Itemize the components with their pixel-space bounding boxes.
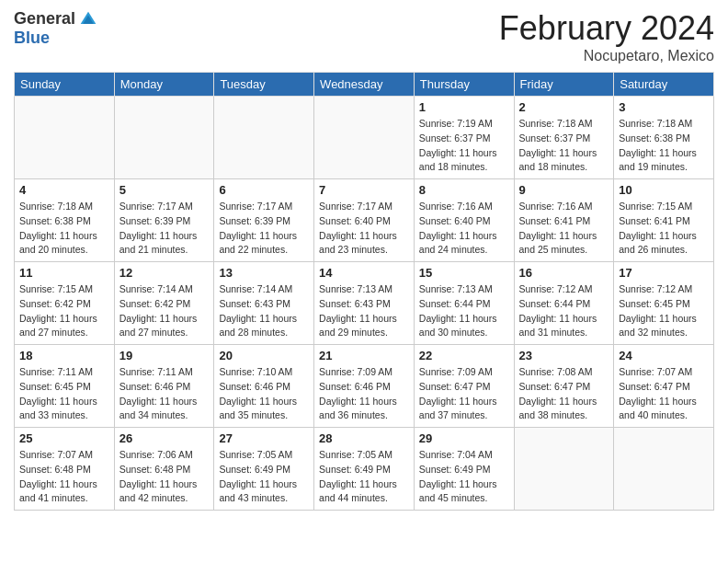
- day-detail: Sunrise: 7:14 AM Sunset: 6:43 PM Dayligh…: [219, 282, 309, 340]
- day-number: 28: [319, 431, 409, 445]
- weekday-header-sunday: Sunday: [15, 73, 115, 97]
- day-number: 8: [419, 183, 509, 197]
- day-detail: Sunrise: 7:15 AM Sunset: 6:42 PM Dayligh…: [19, 282, 109, 340]
- calendar-cell: [15, 97, 115, 179]
- day-detail: Sunrise: 7:18 AM Sunset: 6:37 PM Dayligh…: [519, 117, 609, 175]
- logo-icon: [79, 10, 97, 29]
- calendar-cell: 18Sunrise: 7:11 AM Sunset: 6:45 PM Dayli…: [15, 345, 115, 428]
- day-number: 2: [519, 100, 609, 114]
- day-number: 6: [219, 183, 309, 197]
- day-detail: Sunrise: 7:17 AM Sunset: 6:39 PM Dayligh…: [219, 200, 309, 258]
- day-number: 4: [19, 183, 109, 197]
- day-detail: Sunrise: 7:04 AM Sunset: 6:49 PM Dayligh…: [419, 448, 509, 506]
- calendar-cell: 3Sunrise: 7:18 AM Sunset: 6:38 PM Daylig…: [614, 97, 714, 179]
- logo-blue: Blue: [14, 29, 50, 48]
- day-number: 18: [19, 349, 109, 362]
- day-number: 17: [619, 266, 709, 280]
- week-row-5: 25Sunrise: 7:07 AM Sunset: 6:48 PM Dayli…: [15, 428, 714, 511]
- day-detail: Sunrise: 7:18 AM Sunset: 6:38 PM Dayligh…: [619, 117, 709, 175]
- calendar-cell: [114, 97, 214, 179]
- day-detail: Sunrise: 7:17 AM Sunset: 6:40 PM Dayligh…: [319, 200, 409, 258]
- calendar-cell: [214, 97, 314, 179]
- month-title: February 2024: [499, 9, 714, 48]
- day-detail: Sunrise: 7:16 AM Sunset: 6:40 PM Dayligh…: [419, 200, 509, 258]
- day-detail: Sunrise: 7:15 AM Sunset: 6:41 PM Dayligh…: [619, 200, 709, 258]
- calendar-cell: 29Sunrise: 7:04 AM Sunset: 6:49 PM Dayli…: [414, 428, 514, 511]
- weekday-header-saturday: Saturday: [614, 73, 714, 97]
- day-number: 5: [119, 183, 210, 197]
- day-detail: Sunrise: 7:13 AM Sunset: 6:44 PM Dayligh…: [419, 282, 509, 340]
- day-number: 15: [419, 266, 509, 280]
- day-detail: Sunrise: 7:09 AM Sunset: 6:46 PM Dayligh…: [319, 365, 409, 423]
- day-detail: Sunrise: 7:09 AM Sunset: 6:47 PM Dayligh…: [419, 365, 509, 423]
- day-detail: Sunrise: 7:06 AM Sunset: 6:48 PM Dayligh…: [119, 448, 210, 506]
- day-detail: Sunrise: 7:14 AM Sunset: 6:42 PM Dayligh…: [119, 282, 210, 340]
- calendar-cell: 17Sunrise: 7:12 AM Sunset: 6:45 PM Dayli…: [614, 262, 714, 345]
- day-number: 13: [219, 266, 309, 280]
- calendar-cell: 1Sunrise: 7:19 AM Sunset: 6:37 PM Daylig…: [414, 97, 514, 179]
- day-number: 12: [119, 266, 210, 280]
- day-detail: Sunrise: 7:12 AM Sunset: 6:45 PM Dayligh…: [619, 282, 709, 340]
- day-number: 27: [219, 431, 309, 445]
- calendar-cell: 19Sunrise: 7:11 AM Sunset: 6:46 PM Dayli…: [114, 345, 214, 428]
- day-detail: Sunrise: 7:07 AM Sunset: 6:48 PM Dayligh…: [19, 448, 109, 506]
- day-number: 14: [319, 266, 409, 280]
- calendar-table: SundayMondayTuesdayWednesdayThursdayFrid…: [14, 72, 714, 511]
- calendar-cell: 14Sunrise: 7:13 AM Sunset: 6:43 PM Dayli…: [314, 262, 415, 345]
- day-number: 19: [119, 349, 210, 362]
- calendar-cell: 5Sunrise: 7:17 AM Sunset: 6:39 PM Daylig…: [114, 179, 214, 262]
- calendar-cell: 11Sunrise: 7:15 AM Sunset: 6:42 PM Dayli…: [15, 262, 115, 345]
- calendar-cell: 22Sunrise: 7:09 AM Sunset: 6:47 PM Dayli…: [414, 345, 514, 428]
- day-detail: Sunrise: 7:17 AM Sunset: 6:39 PM Dayligh…: [119, 200, 210, 258]
- calendar-cell: 24Sunrise: 7:07 AM Sunset: 6:47 PM Dayli…: [614, 345, 714, 428]
- calendar-cell: [314, 97, 415, 179]
- day-detail: Sunrise: 7:10 AM Sunset: 6:46 PM Dayligh…: [219, 365, 309, 423]
- day-number: 22: [419, 349, 509, 362]
- calendar-cell: 4Sunrise: 7:18 AM Sunset: 6:38 PM Daylig…: [15, 179, 115, 262]
- day-detail: Sunrise: 7:08 AM Sunset: 6:47 PM Dayligh…: [519, 365, 609, 423]
- day-number: 20: [219, 349, 309, 362]
- day-number: 7: [319, 183, 409, 197]
- weekday-header-row: SundayMondayTuesdayWednesdayThursdayFrid…: [15, 73, 714, 97]
- day-number: 16: [519, 266, 609, 280]
- calendar-cell: [614, 428, 714, 511]
- calendar-cell: 8Sunrise: 7:16 AM Sunset: 6:40 PM Daylig…: [414, 179, 514, 262]
- logo: General Blue: [14, 9, 97, 48]
- week-row-1: 1Sunrise: 7:19 AM Sunset: 6:37 PM Daylig…: [15, 97, 714, 179]
- day-number: 21: [319, 349, 409, 362]
- calendar-cell: 10Sunrise: 7:15 AM Sunset: 6:41 PM Dayli…: [614, 179, 714, 262]
- day-detail: Sunrise: 7:07 AM Sunset: 6:47 PM Dayligh…: [619, 365, 709, 423]
- day-detail: Sunrise: 7:11 AM Sunset: 6:45 PM Dayligh…: [19, 365, 109, 423]
- calendar-cell: 15Sunrise: 7:13 AM Sunset: 6:44 PM Dayli…: [414, 262, 514, 345]
- day-number: 9: [519, 183, 609, 197]
- calendar-cell: 25Sunrise: 7:07 AM Sunset: 6:48 PM Dayli…: [15, 428, 115, 511]
- weekday-header-monday: Monday: [114, 73, 214, 97]
- week-row-2: 4Sunrise: 7:18 AM Sunset: 6:38 PM Daylig…: [15, 179, 714, 262]
- day-detail: Sunrise: 7:18 AM Sunset: 6:38 PM Dayligh…: [19, 200, 109, 258]
- day-number: 24: [619, 349, 709, 362]
- calendar-cell: 23Sunrise: 7:08 AM Sunset: 6:47 PM Dayli…: [514, 345, 614, 428]
- day-number: 10: [619, 183, 709, 197]
- calendar-cell: 21Sunrise: 7:09 AM Sunset: 6:46 PM Dayli…: [314, 345, 415, 428]
- calendar-cell: 6Sunrise: 7:17 AM Sunset: 6:39 PM Daylig…: [214, 179, 314, 262]
- week-row-3: 11Sunrise: 7:15 AM Sunset: 6:42 PM Dayli…: [15, 262, 714, 345]
- day-detail: Sunrise: 7:12 AM Sunset: 6:44 PM Dayligh…: [519, 282, 609, 340]
- day-number: 23: [519, 349, 609, 362]
- calendar-cell: 27Sunrise: 7:05 AM Sunset: 6:49 PM Dayli…: [214, 428, 314, 511]
- location-title: Nocupetaro, Mexico: [499, 48, 714, 64]
- day-detail: Sunrise: 7:05 AM Sunset: 6:49 PM Dayligh…: [219, 448, 309, 506]
- day-number: 26: [119, 431, 210, 445]
- calendar-cell: 20Sunrise: 7:10 AM Sunset: 6:46 PM Dayli…: [214, 345, 314, 428]
- page-header: General Blue February 2024 Nocupetaro, M…: [14, 9, 714, 64]
- day-number: 11: [19, 266, 109, 280]
- day-detail: Sunrise: 7:05 AM Sunset: 6:49 PM Dayligh…: [319, 448, 409, 506]
- day-number: 1: [419, 100, 509, 114]
- calendar-cell: 12Sunrise: 7:14 AM Sunset: 6:42 PM Dayli…: [114, 262, 214, 345]
- weekday-header-thursday: Thursday: [414, 73, 514, 97]
- calendar-cell: 2Sunrise: 7:18 AM Sunset: 6:37 PM Daylig…: [514, 97, 614, 179]
- calendar-cell: 28Sunrise: 7:05 AM Sunset: 6:49 PM Dayli…: [314, 428, 415, 511]
- day-number: 29: [419, 431, 509, 445]
- day-detail: Sunrise: 7:11 AM Sunset: 6:46 PM Dayligh…: [119, 365, 210, 423]
- calendar-cell: 7Sunrise: 7:17 AM Sunset: 6:40 PM Daylig…: [314, 179, 415, 262]
- day-number: 3: [619, 100, 709, 114]
